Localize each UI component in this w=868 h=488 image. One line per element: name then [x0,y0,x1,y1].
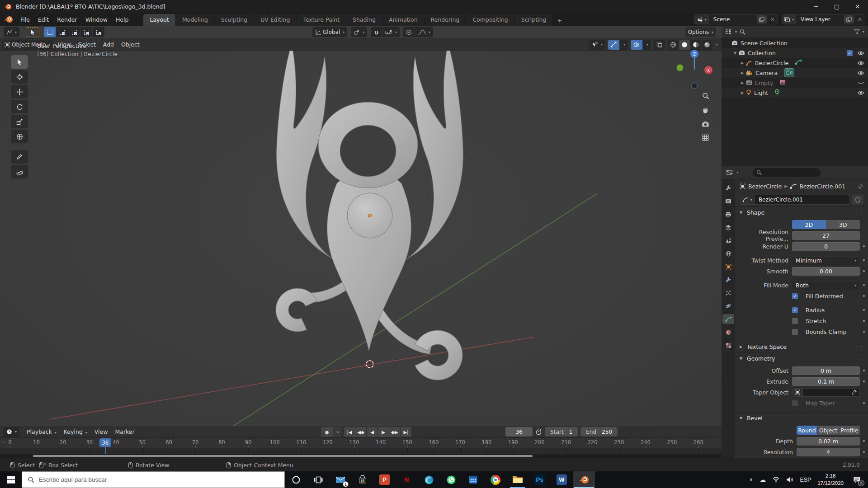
properties-editor-icon[interactable] [726,169,733,175]
select-subtract-button[interactable] [68,27,80,37]
frame-start-field[interactable]: Start 1 [545,427,578,436]
pivot-point-dropdown[interactable]: ▾ [351,27,367,37]
taskbar-icon-whatsapp[interactable] [440,471,462,488]
viewport-camera-view-icon[interactable] [702,121,709,127]
animate-dot[interactable] [863,451,865,453]
section-grip-icon[interactable]: :::: [856,211,863,215]
properties-search-field[interactable] [753,168,821,177]
properties-tab-tool[interactable] [722,183,734,193]
taskbar-icon-chrome[interactable] [484,471,506,488]
select-extend-button[interactable] [56,27,68,37]
tool-scale[interactable] [11,115,28,128]
eye-open-icon[interactable] [857,90,864,95]
animate-dot[interactable] [863,370,865,371]
properties-tab-material[interactable] [722,327,734,337]
value-slider-offset[interactable]: 0 m [792,366,860,375]
timeline-editor-button[interactable]: ▾ [4,427,19,437]
menu-render[interactable]: Render [53,14,81,25]
new-view-layer-icon[interactable] [844,15,854,23]
taskbar-icon-cortana[interactable] [285,471,307,488]
transform-orientation-dropdown[interactable]: Global▾ [312,27,347,37]
outliner-row-light[interactable]: ▶Light [722,88,868,98]
section-grip-icon[interactable]: :::: [856,357,863,361]
datablock-name[interactable]: BezierCircle.001 [755,197,807,203]
viewport-toggle-ortho-icon[interactable] [702,134,709,141]
exclude-checkbox[interactable]: ✓ [847,50,853,56]
select-invert-button[interactable] [80,27,92,37]
tool-cursor[interactable] [11,70,28,84]
viewport-menu-object[interactable]: Object [118,39,143,50]
workspace-tab-texture-paint[interactable]: Texture Paint [297,14,346,26]
menu-file[interactable]: File [16,14,34,25]
expander-icon[interactable]: ▶ [739,61,746,65]
animate-dot[interactable] [863,309,865,311]
outliner-row-collection[interactable]: ▼Collection✓ [722,48,868,58]
remove-view-layer-icon[interactable]: ✕ [855,16,865,23]
outliner-row-beziercircle[interactable]: ▶BezierCircle [722,58,868,68]
properties-tab-texture[interactable] [722,340,734,350]
outliner-row-empty[interactable]: ▶Empty [722,78,868,88]
minimize-button[interactable]: ─ [806,0,826,13]
jump-end-button[interactable]: ▶| [401,427,411,437]
checkbox[interactable] [792,318,798,324]
animate-dot[interactable] [863,259,865,261]
maximize-button[interactable]: ▢ [826,0,847,13]
properties-tab-object[interactable] [722,262,734,272]
play-reverse-button[interactable]: ◀ [367,427,377,437]
axis-z-negative-handle[interactable] [692,83,698,89]
tool-select-box[interactable] [11,55,28,69]
view-layer-selector[interactable]: ▾ View Layer ✕ [782,14,865,24]
next-keyframe-button[interactable]: ◆▶ [389,427,400,437]
select-new-button[interactable] [44,27,56,37]
clock[interactable]: 2:18 17/12/2020 [817,473,844,487]
eye-open-icon[interactable] [857,70,864,75]
taskbar-search-input[interactable] [39,476,256,483]
eyedropper-icon[interactable] [851,389,859,395]
breadcrumb-data[interactable]: BezierCircle.001 [799,183,845,190]
options-dropdown[interactable]: Options▾ [685,27,716,37]
breadcrumb-object[interactable]: BezierCircle [748,183,782,190]
tool-transform[interactable] [11,130,28,143]
expander-icon[interactable]: ▼ [731,51,739,55]
outliner-filter-icon[interactable] [854,29,860,34]
animate-dot[interactable] [863,440,865,442]
xray-toggle[interactable] [654,40,665,50]
section-header[interactable]: ▼Geometry:::: [735,353,868,364]
timeline-menu-playback[interactable]: Playback ▾ [23,427,60,437]
workspace-tab-shading[interactable]: Shading [346,14,382,26]
view-layer-name[interactable]: View Layer [796,16,843,23]
value-slider-render-u[interactable]: 0 [792,242,860,251]
frame-end-field[interactable]: End 250 [580,427,618,436]
object-visibility-dropdown[interactable]: ▾ [589,40,605,50]
object-picker-field[interactable] [792,388,860,397]
action-center-button[interactable]: 3 [850,471,863,488]
start-button[interactable] [0,471,22,488]
expander-icon[interactable]: ▶ [739,71,746,75]
workspace-tab-animation[interactable]: Animation [382,14,425,26]
taskbar-icon-file-explorer[interactable] [506,471,528,488]
tool-move[interactable] [11,85,28,99]
active-tool-indicator[interactable] [26,27,39,37]
3d-viewport[interactable]: Object Mode▾ ViewSelectAddObject ▾ ▾ ▾ [0,39,722,426]
checkbox[interactable] [792,329,798,335]
animate-dot[interactable] [863,331,865,333]
checkbox[interactable] [792,400,798,406]
properties-tab-object-data[interactable] [722,314,734,324]
timeline-menu-view[interactable]: View [91,427,112,437]
animate-dot[interactable] [863,284,865,286]
value-slider-resolution[interactable]: 4 [797,448,860,456]
taskbar-icon-store[interactable] [351,471,373,488]
properties-tab-view-layer[interactable] [722,222,734,232]
tool-annotate[interactable] [11,150,28,164]
segment-profile[interactable]: Profile [839,426,860,435]
expander-icon[interactable]: ▶ [739,81,746,85]
section-header[interactable]: ▼Shape:::: [735,207,868,218]
taskbar-icon-task-view[interactable] [307,471,329,488]
timeline-track[interactable] [0,448,722,454]
outliner-row-scene-collection[interactable]: Scene Collection [722,38,868,48]
volume-icon[interactable] [786,477,793,483]
taskbar-icon-mail[interactable]: 1 [329,471,351,488]
axis-y-handle[interactable] [677,65,684,71]
timeline-scrollbar-thumb[interactable] [33,455,533,457]
timeline-scrollbar[interactable] [0,454,722,458]
